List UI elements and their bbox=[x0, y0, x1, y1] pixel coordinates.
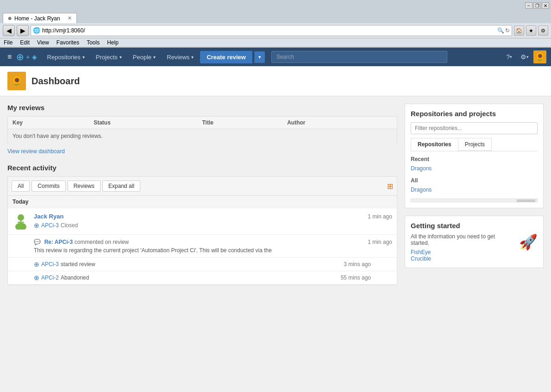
col-key: Key bbox=[8, 117, 89, 129]
left-panel: My reviews Key Status Title Author You d… bbox=[7, 104, 397, 285]
extra-row-link-2[interactable]: APCi-2 bbox=[41, 274, 59, 281]
recent-activity-section: Recent activity All Commits Reviews Expa… bbox=[7, 164, 397, 285]
address-search-icon[interactable]: 🔍 bbox=[497, 27, 504, 34]
restore-button[interactable]: ❐ bbox=[533, 2, 541, 9]
menu-edit[interactable]: Edit bbox=[20, 39, 30, 46]
svg-point-0 bbox=[18, 214, 24, 221]
activity-user-avatar bbox=[13, 213, 29, 230]
tab-title: Home - Jack Ryan bbox=[14, 15, 60, 22]
nav-search-area bbox=[271, 51, 447, 63]
active-tab[interactable]: ⊕ Home - Jack Ryan ✕ bbox=[3, 13, 77, 23]
settings-gear-icon: ⚙ bbox=[520, 53, 526, 61]
page-header: 🌻 Dashboard bbox=[0, 66, 551, 96]
getting-started-content: All the information you need to get star… bbox=[411, 233, 538, 262]
nav-search-input[interactable] bbox=[271, 51, 447, 63]
view-review-dashboard-link[interactable]: View review dashboard bbox=[7, 148, 397, 155]
activity-user-link[interactable]: Jack Ryan bbox=[34, 213, 63, 220]
sub-review-link[interactable]: Re: APCi-3 bbox=[44, 239, 73, 245]
logo-crucible-icon: ◈ bbox=[32, 53, 37, 61]
menu-view[interactable]: View bbox=[37, 39, 49, 46]
minimize-button[interactable]: − bbox=[525, 2, 532, 9]
activity-sub-row-2: ⊕ APCi-2 Abandoned 55 mins ago bbox=[8, 271, 397, 285]
extra-row-link-1[interactable]: APCi-3 bbox=[41, 261, 59, 268]
nav-repositories-label: Repositories bbox=[47, 54, 81, 61]
gs-link-crucible[interactable]: Crucible bbox=[411, 255, 514, 262]
address-input[interactable] bbox=[42, 27, 496, 34]
tab-close-icon[interactable]: ✕ bbox=[68, 15, 72, 21]
menu-favorites[interactable]: Favorites bbox=[56, 39, 79, 46]
extra-row-time-2: 55 mins ago bbox=[341, 274, 371, 281]
address-bar[interactable]: 🌐 🔍 ↻ bbox=[31, 25, 512, 36]
create-review-button[interactable]: Create review bbox=[200, 51, 252, 63]
menu-file[interactable]: File bbox=[4, 39, 13, 46]
repos-panel-title: Repositories and projects bbox=[411, 110, 538, 118]
browser-tabs: ⊕ Home - Jack Ryan ✕ bbox=[0, 11, 551, 23]
my-reviews-title: My reviews bbox=[7, 104, 397, 112]
menu-tools[interactable]: Tools bbox=[87, 39, 100, 46]
nav-reviews[interactable]: Reviews ▾ bbox=[162, 48, 198, 66]
sunflower-avatar-icon: 🌻 bbox=[11, 75, 23, 87]
forward-button[interactable]: ▶ bbox=[17, 25, 29, 36]
hamburger-icon[interactable]: ≡ bbox=[5, 50, 14, 64]
address-icon: 🌐 bbox=[33, 27, 40, 34]
main-content: My reviews Key Status Title Author You d… bbox=[0, 96, 551, 292]
repos-recent-item-0[interactable]: Dragons bbox=[411, 164, 538, 173]
nav-repositories[interactable]: Repositories ▾ bbox=[43, 48, 89, 66]
repos-filter-input[interactable] bbox=[411, 122, 538, 134]
menu-help[interactable]: Help bbox=[107, 39, 119, 46]
browser-toolbar: ◀ ▶ 🌐 🔍 ↻ 🏠 ★ ⚙ bbox=[0, 23, 551, 38]
settings-icon[interactable]: ⚙ bbox=[538, 25, 548, 36]
nav-projects-label: Projects bbox=[96, 54, 118, 61]
nav-people[interactable]: People ▾ bbox=[128, 48, 160, 66]
activity-header: Jack Ryan 1 min ago bbox=[34, 213, 392, 220]
repositories-arrow-icon: ▾ bbox=[82, 55, 85, 60]
repos-all-label: All bbox=[411, 177, 538, 184]
tab-projects[interactable]: Projects bbox=[458, 138, 492, 151]
people-arrow-icon: ▾ bbox=[153, 55, 156, 60]
activity-sub-row-1: ⊕ APCi-3 started review 3 mins ago bbox=[8, 258, 397, 271]
activity-item: Jack Ryan 1 min ago ⊕ APCi-3 Closed bbox=[8, 208, 397, 235]
repos-panel: Repositories and projects Repositories P… bbox=[405, 104, 544, 208]
help-button[interactable]: ? ▾ bbox=[502, 48, 516, 66]
page-avatar: 🌻 bbox=[7, 72, 26, 90]
activity-filters: All Commits Reviews Expand all ⊞ bbox=[7, 176, 397, 195]
review-circle-icon-2: ⊕ bbox=[34, 261, 39, 268]
filter-expand-button[interactable]: Expand all bbox=[102, 180, 140, 192]
nav-logo[interactable]: ⊕ + ◈ bbox=[16, 51, 37, 62]
getting-started-title: Getting started bbox=[411, 222, 538, 230]
filter-commits-button[interactable]: Commits bbox=[31, 180, 65, 192]
repos-scrollbar-thumb bbox=[517, 199, 535, 202]
getting-started-links: FishEye Crucible bbox=[411, 249, 514, 262]
favorites-icon[interactable]: ★ bbox=[526, 25, 536, 36]
close-button[interactable]: ✕ bbox=[542, 2, 549, 9]
extra-row-time-1: 3 mins ago bbox=[344, 261, 371, 268]
nav-projects[interactable]: Projects ▾ bbox=[91, 48, 126, 66]
create-review-dropdown[interactable]: ▾ bbox=[254, 51, 265, 63]
repos-all-section: All Dragons bbox=[411, 177, 538, 194]
repos-recent-label: Recent bbox=[411, 156, 538, 162]
home-icon[interactable]: 🏠 bbox=[514, 25, 524, 36]
rss-icon[interactable]: ⊞ bbox=[387, 182, 393, 191]
address-refresh-icon[interactable]: ↻ bbox=[505, 27, 510, 34]
settings-button[interactable]: ⚙ ▾ bbox=[517, 48, 532, 66]
page-title: Dashboard bbox=[31, 76, 80, 87]
recent-activity-title: Recent activity bbox=[7, 164, 397, 172]
comment-bubble-icon: 💬 bbox=[34, 239, 41, 245]
review-status: Closed bbox=[61, 222, 78, 229]
repos-all-item-0[interactable]: Dragons bbox=[411, 186, 538, 194]
activity-body: Today bbox=[7, 195, 397, 285]
user-avatar[interactable]: 🌻 bbox=[533, 50, 546, 63]
review-link-apci3[interactable]: APCi-3 bbox=[41, 222, 59, 229]
extra-row-action-1: started review bbox=[61, 261, 95, 268]
back-button[interactable]: ◀ bbox=[3, 25, 15, 36]
activity-day-today: Today bbox=[8, 196, 397, 208]
tab-repositories[interactable]: Repositories bbox=[411, 138, 458, 151]
filter-reviews-button[interactable]: Reviews bbox=[68, 180, 100, 192]
repos-scrollbar[interactable] bbox=[411, 199, 538, 202]
sub-item-header: 💬 Re: APCi-3 commented on review 1 min a… bbox=[34, 238, 392, 245]
sub-desc: commented on review bbox=[75, 239, 129, 245]
reviews-table: Key Status Title Author You don't have a… bbox=[7, 116, 397, 143]
activity-sub-comment: 💬 Re: APCi-3 commented on review 1 min a… bbox=[8, 235, 397, 258]
filter-all-button[interactable]: All bbox=[12, 180, 30, 192]
gs-link-fisheye[interactable]: FishEye bbox=[411, 249, 514, 255]
